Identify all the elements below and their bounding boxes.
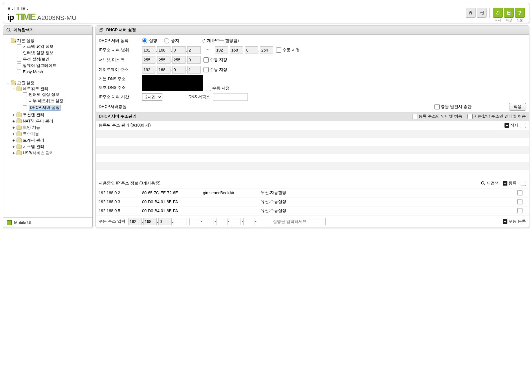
ip-octet-input[interactable] xyxy=(157,66,170,74)
register-all-checkbox[interactable] xyxy=(521,181,526,186)
apply-button[interactable]: 적용 xyxy=(509,103,526,111)
ip-octet-input[interactable] xyxy=(142,66,155,74)
chk-only-registered[interactable]: 등록 주소만 인터넷 허용 xyxy=(412,114,463,119)
nav-label: 트래픽 관리 xyxy=(23,138,44,143)
page-icon xyxy=(22,92,27,97)
nav-item[interactable]: +보안 기능 xyxy=(12,125,91,130)
chk-manual-dns[interactable]: 수동 지정 xyxy=(206,86,230,91)
client-ip: 192.168.0.3 xyxy=(99,199,142,204)
delete-all-checkbox[interactable] xyxy=(521,123,526,128)
nav-label: Easy Mesh xyxy=(23,69,43,74)
radio-stop[interactable]: 중지 xyxy=(164,38,179,43)
home-button[interactable] xyxy=(466,8,476,18)
section-addr-mgmt: DHCP 서버 주소관리 등록 주소만 인터넷 허용 자동할당 주소만 인터넷 … xyxy=(96,112,529,121)
redacted-dns-block xyxy=(142,75,203,91)
label-dns1: 기본 DNS 주소 xyxy=(99,76,139,82)
mobile-ui-link[interactable]: Mobile UI xyxy=(14,220,31,225)
nav-item[interactable]: DHCP 서버 설정 xyxy=(18,105,91,111)
nav-item[interactable]: +시스템 관리 xyxy=(12,144,91,149)
ip-octet-input[interactable] xyxy=(143,218,157,225)
refresh-button[interactable] xyxy=(493,8,503,18)
mac-octet-input[interactable] xyxy=(189,218,200,225)
nav-label: 펌웨어 업그레이드 xyxy=(23,63,56,68)
manual-register-button[interactable]: +수동 등록 xyxy=(503,219,526,224)
client-type: 유선:수동설정 xyxy=(261,208,319,213)
plus-icon: + xyxy=(503,181,507,186)
dns-suffix-input[interactable] xyxy=(213,93,248,101)
ip-octet-input[interactable] xyxy=(157,56,170,64)
ip-octet-input[interactable] xyxy=(173,218,186,225)
ip-octet-input[interactable] xyxy=(142,46,155,54)
page-icon xyxy=(22,99,27,103)
page-icon xyxy=(16,57,22,62)
mac-octet-input[interactable] xyxy=(230,218,241,225)
rescan-button[interactable]: 재검색 xyxy=(481,181,499,186)
nav-item[interactable]: 시스템 요약 정보 xyxy=(12,44,91,49)
ip-octet-input[interactable] xyxy=(187,66,201,74)
nav-network-mgmt[interactable]: − 네트워크 관리 xyxy=(12,86,91,91)
chk-manual-range[interactable]: 수동 지정 xyxy=(276,47,300,53)
client-checkbox[interactable] xyxy=(517,199,522,204)
nav-item[interactable]: Easy Mesh xyxy=(12,69,91,74)
label-manual-input: 수동 주소 입력 xyxy=(99,219,125,224)
chk-conflict-stop[interactable]: 충돌 발견시 중단 xyxy=(434,104,472,109)
logout-button[interactable] xyxy=(477,8,487,18)
ip-octet-input[interactable] xyxy=(142,56,155,64)
save-button[interactable] xyxy=(504,8,514,18)
ip-octet-input[interactable] xyxy=(245,46,258,54)
client-row: 192.168.0.500-D0-B4-01-6E-FA유선:수동설정 xyxy=(96,206,529,215)
chk-manual-subnet[interactable]: 수동 지정 xyxy=(203,57,227,63)
page-title: DHCP 서버 설정 xyxy=(106,28,136,33)
delete-button[interactable]: −삭제 xyxy=(505,123,518,128)
lease-select[interactable]: 2시간 xyxy=(142,93,162,101)
mac-octet-input[interactable] xyxy=(217,218,228,225)
ip-octet-input[interactable] xyxy=(172,46,186,54)
nav-item[interactable]: +무선랜 관리 xyxy=(12,112,91,118)
nav-basic-settings[interactable]: 기본 설정 xyxy=(6,38,91,43)
help-icon: ? xyxy=(518,10,522,16)
radio-run[interactable]: 실행 xyxy=(142,38,157,43)
plus-icon: + xyxy=(503,219,507,224)
nav-item[interactable]: +트래픽 관리 xyxy=(12,138,91,143)
ip-octet-input[interactable] xyxy=(157,46,170,54)
nav-item[interactable]: 펌웨어 업그레이드 xyxy=(12,63,91,68)
page-icon xyxy=(16,63,22,68)
registered-list-header: 등록된 주소 관리 (0/1000 개) −삭제 xyxy=(96,121,529,130)
ip-octet-input[interactable] xyxy=(158,218,172,225)
ip-octet-input[interactable] xyxy=(230,46,243,54)
nav-item[interactable]: +NAT/라우터 관리 xyxy=(12,119,91,124)
ip-octet-input[interactable] xyxy=(260,46,273,54)
nav-item[interactable]: +USB/서비스 관리 xyxy=(12,151,91,156)
chk-only-auto[interactable]: 자동할당 주소만 인터넷 허용 xyxy=(467,114,526,119)
nav-item[interactable]: 무선 설정/보안 xyxy=(12,57,91,62)
nav-item[interactable]: 내부 네트워크 설정 xyxy=(18,98,91,104)
nav-advanced-settings[interactable]: − 고급 설정 xyxy=(6,80,91,86)
ip-octet-input[interactable] xyxy=(215,46,228,54)
nav-item[interactable]: 인터넷 설정 정보 xyxy=(18,92,91,97)
ip-octet-input[interactable] xyxy=(187,56,201,64)
radio-stop-input[interactable] xyxy=(164,38,169,43)
ip-octet-input[interactable] xyxy=(187,46,201,54)
nav-item[interactable]: 인터넷 설정 정보 xyxy=(12,50,91,56)
chk-manual-gateway[interactable]: 수동 지정 xyxy=(203,67,227,72)
mac-octet-input[interactable] xyxy=(203,218,214,225)
mac-octet-input[interactable] xyxy=(257,218,268,225)
nav-label: 고급 설정 xyxy=(17,80,34,86)
inuse-title: 사용중인 IP 주소 정보 (3개사용중) xyxy=(99,181,161,186)
register-button[interactable]: +등록 xyxy=(503,181,517,186)
client-checkbox[interactable] xyxy=(517,208,522,213)
help-button[interactable]: ? xyxy=(515,8,525,18)
desc-input[interactable] xyxy=(271,218,326,225)
ip-octet-input[interactable] xyxy=(172,56,186,64)
ip-octet-input[interactable] xyxy=(128,218,142,225)
mac-octet-input[interactable] xyxy=(243,218,254,225)
client-checkbox[interactable] xyxy=(517,190,522,195)
copy-icon xyxy=(99,28,104,33)
nav-item[interactable]: +특수기능 xyxy=(12,131,91,137)
ip-octet-input[interactable] xyxy=(172,66,186,74)
label-server-op: DHCP 서버 동작 xyxy=(99,38,139,43)
radio-run-input[interactable] xyxy=(142,38,147,43)
folder-icon xyxy=(16,138,22,143)
folder-icon xyxy=(16,151,22,155)
logo-decoration: ▪.□□▪. xyxy=(7,5,76,11)
